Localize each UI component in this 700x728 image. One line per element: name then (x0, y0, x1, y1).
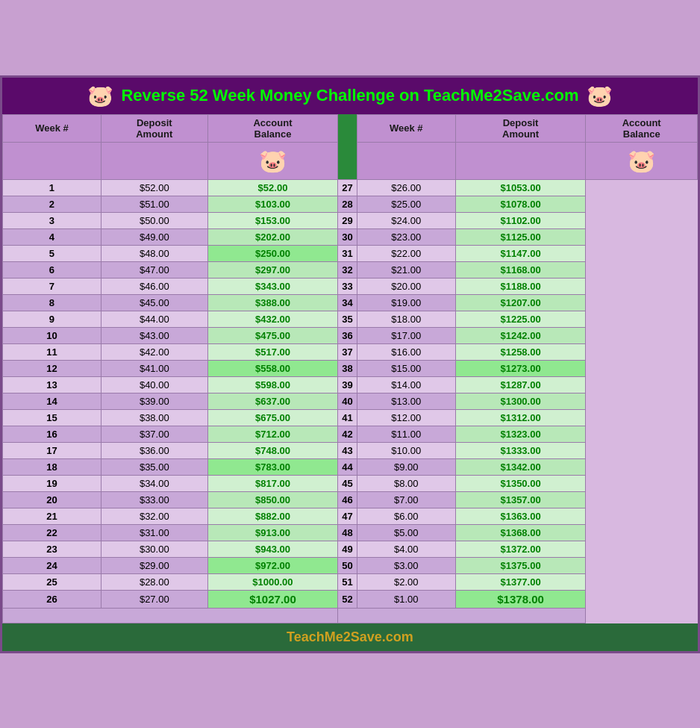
right-balance-pig-cell: 🐷 (586, 142, 698, 179)
left-week-num: 10 (3, 327, 101, 343)
right-deposit: $20.00 (357, 278, 455, 294)
left-balance: $475.00 (207, 327, 338, 343)
right-deposit: $9.00 (357, 458, 455, 475)
right-week-num: 44 (338, 458, 357, 475)
left-deposit: $34.00 (101, 475, 207, 491)
right-deposit: $10.00 (357, 442, 455, 458)
right-balance: $1342.00 (455, 458, 586, 475)
right-week-num: 27 (338, 179, 357, 196)
right-deposit: $18.00 (357, 311, 455, 327)
left-deposit: $44.00 (101, 311, 207, 327)
right-balance: $1375.00 (455, 557, 586, 573)
right-balance: $1053.00 (455, 179, 586, 196)
table-row: 3 $50.00 $153.00 29 $24.00 $1102.00 (3, 212, 698, 228)
right-balance: $1273.00 (455, 360, 586, 376)
table-row: 7 $46.00 $343.00 33 $20.00 $1188.00 (3, 278, 698, 294)
right-deposit: $26.00 (357, 179, 455, 196)
left-balance: $343.00 (207, 278, 338, 294)
right-deposit: $24.00 (357, 212, 455, 228)
right-balance: $1188.00 (455, 278, 586, 294)
left-deposit: $35.00 (101, 458, 207, 475)
header-title: Reverse 52 Week Money Challenge on Teach… (121, 86, 578, 105)
right-week-num: 46 (338, 491, 357, 508)
right-balance: $1357.00 (455, 491, 586, 508)
left-week-num: 12 (3, 360, 101, 376)
right-week-num: 47 (338, 508, 357, 524)
right-balance: $1368.00 (455, 524, 586, 541)
right-week-num: 35 (338, 311, 357, 327)
left-deposit: $31.00 (101, 524, 207, 541)
left-week-num: 19 (3, 475, 101, 491)
table-row: 9 $44.00 $432.00 35 $18.00 $1225.00 (3, 311, 698, 327)
left-balance: $972.00 (207, 557, 338, 573)
table-row: 26 $27.00 $1027.00 52 $1.00 $1378.00 (3, 590, 698, 608)
right-deposit-pig-cell (455, 142, 586, 179)
left-balance: $913.00 (207, 524, 338, 541)
left-balance: $712.00 (207, 426, 338, 442)
right-week-num: 52 (338, 590, 357, 608)
right-deposit: $14.00 (357, 376, 455, 393)
left-week-num: 14 (3, 393, 101, 409)
right-balance: $1287.00 (455, 376, 586, 393)
right-week-pig-cell (357, 142, 455, 179)
left-balance: $432.00 (207, 311, 338, 327)
left-deposit: $32.00 (101, 508, 207, 524)
left-deposit: $52.00 (101, 179, 207, 196)
right-deposit: $3.00 (357, 557, 455, 573)
right-balance: $1312.00 (455, 409, 586, 426)
right-deposit: $21.00 (357, 261, 455, 278)
left-balance: $52.00 (207, 179, 338, 196)
left-deposit: $51.00 (101, 196, 207, 212)
table-row: 13 $40.00 $598.00 39 $14.00 $1287.00 (3, 376, 698, 393)
left-week-num: 1 (3, 179, 101, 196)
left-deposit: $50.00 (101, 212, 207, 228)
right-week-num: 28 (338, 196, 357, 212)
left-week-num: 6 (3, 261, 101, 278)
right-week-num: 32 (338, 261, 357, 278)
left-week-num: 8 (3, 294, 101, 311)
left-balance: $882.00 (207, 508, 338, 524)
left-deposit: $28.00 (101, 573, 207, 590)
left-pig-icon: 🐷 (259, 149, 287, 173)
table-row: 24 $29.00 $972.00 50 $3.00 $1375.00 (3, 557, 698, 573)
right-deposit: $15.00 (357, 360, 455, 376)
right-deposit: $22.00 (357, 245, 455, 261)
table-row: 19 $34.00 $817.00 45 $8.00 $1350.00 (3, 475, 698, 491)
right-balance: $1125.00 (455, 228, 586, 245)
left-week-num: 16 (3, 426, 101, 442)
right-deposit: $2.00 (357, 573, 455, 590)
right-pig-icon: 🐷 (628, 149, 655, 173)
footer-text: TeachMe2Save.com (287, 629, 413, 644)
table-row: 17 $36.00 $748.00 43 $10.00 $1333.00 (3, 442, 698, 458)
table-row: 5 $48.00 $250.00 31 $22.00 $1147.00 (3, 245, 698, 261)
page-footer: TeachMe2Save.com (2, 623, 698, 651)
left-balance: $558.00 (207, 360, 338, 376)
right-week-num: 31 (338, 245, 357, 261)
column-header-row: Week # DepositAmount AccountBalance Week… (3, 114, 698, 142)
left-week-num: 7 (3, 278, 101, 294)
pig-right-icon: 🐷 (587, 84, 613, 108)
left-balance: $153.00 (207, 212, 338, 228)
left-balance: $783.00 (207, 458, 338, 475)
table-row: 11 $42.00 $517.00 37 $16.00 $1258.00 (3, 343, 698, 360)
left-deposit-header: DepositAmount (101, 114, 207, 142)
right-deposit: $25.00 (357, 196, 455, 212)
right-balance: $1102.00 (455, 212, 586, 228)
left-deposit: $47.00 (101, 261, 207, 278)
right-week-num: 37 (338, 343, 357, 360)
left-balance: $1027.00 (207, 590, 338, 608)
left-balance: $598.00 (207, 376, 338, 393)
table-row: 2 $51.00 $103.00 28 $25.00 $1078.00 (3, 196, 698, 212)
right-week-num: 39 (338, 376, 357, 393)
left-week-num: 5 (3, 245, 101, 261)
table-row: 10 $43.00 $475.00 36 $17.00 $1242.00 (3, 327, 698, 343)
right-deposit: $23.00 (357, 228, 455, 245)
right-deposit: $16.00 (357, 343, 455, 360)
table-row: 18 $35.00 $783.00 44 $9.00 $1342.00 (3, 458, 698, 475)
left-deposit: $41.00 (101, 360, 207, 376)
table-row: 14 $39.00 $637.00 40 $13.00 $1300.00 (3, 393, 698, 409)
left-deposit: $45.00 (101, 294, 207, 311)
left-balance: $388.00 (207, 294, 338, 311)
left-week-num: 13 (3, 376, 101, 393)
pig-left-icon: 🐷 (87, 84, 113, 108)
